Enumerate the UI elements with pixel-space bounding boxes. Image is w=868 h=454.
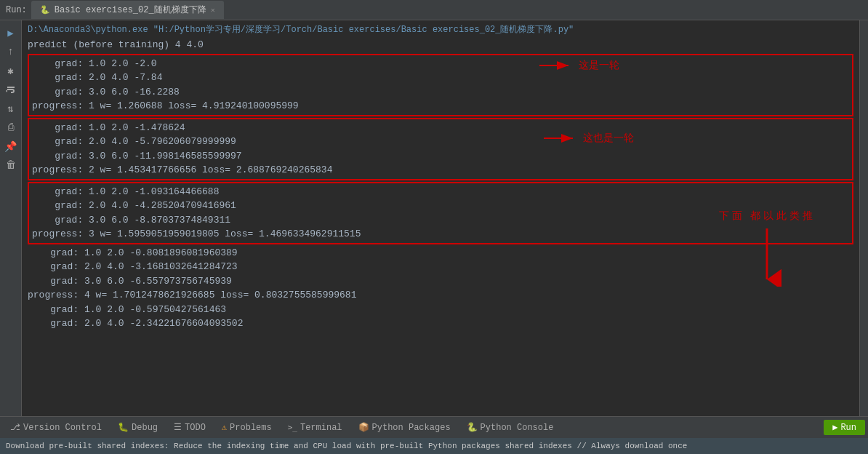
- todo-label: TODO: [185, 423, 206, 433]
- title-bar: Run: 🐍 Basic exercises_02_随机梯度下降 ✕: [0, 0, 868, 20]
- output-line: grad: 2.0 4.0 -2.34221676604093502: [28, 316, 853, 331]
- tab-terminal[interactable]: >_ Terminal: [281, 420, 350, 436]
- output-line: grad: 1.0 2.0 -2.0: [32, 57, 849, 71]
- tab-problems[interactable]: ⚠ Problems: [214, 419, 279, 436]
- run-play-icon: ▶: [832, 422, 837, 433]
- status-bar: Download pre-built shared indexes: Reduc…: [0, 438, 868, 454]
- python-console-icon: 🐍: [467, 422, 478, 433]
- main-area: ▶ ↑ ✱ ⇅ ⎙ 📌 🗑 D:\Anaconda3\python.exe "H…: [0, 20, 868, 416]
- run-toolbar-button[interactable]: ▶: [3, 25, 19, 41]
- wrap-button[interactable]: [3, 81, 19, 97]
- console-area: D:\Anaconda3\python.exe "H:/Python学习专用/深…: [22, 20, 859, 416]
- debug-icon: 🐛: [118, 422, 129, 433]
- output-line: grad: 3.0 6.0 -11.998146585599997: [32, 149, 849, 164]
- run-label: Run:: [6, 5, 27, 15]
- output-line: progress: 3 w= 1.5959051959019805 loss= …: [32, 227, 849, 242]
- todo-icon: ☰: [174, 422, 182, 433]
- output-line: grad: 3.0 6.0 -6.557973756745939: [28, 274, 853, 289]
- run-button[interactable]: ▶ Run: [824, 420, 865, 435]
- output-line: progress: 2 w= 1.453417766656 loss= 2.68…: [32, 163, 849, 178]
- output-line: grad: 2.0 4.0 -5.796206079999999: [32, 135, 849, 149]
- python-packages-icon: 📦: [358, 422, 369, 433]
- output-line: D:\Anaconda3\python.exe "H:/Python学习专用/深…: [28, 23, 853, 36]
- output-line: grad: 2.0 4.0 -3.1681032641284723: [28, 260, 853, 274]
- print-button[interactable]: ⎙: [3, 119, 19, 135]
- output-line: grad: 2.0 4.0 -4.285204709416961: [32, 199, 849, 213]
- output-line: progress: 4 w= 1.7012478621926685 loss= …: [28, 288, 853, 303]
- python-console-label: Python Console: [481, 423, 554, 433]
- pin2-button[interactable]: 📌: [3, 138, 19, 154]
- round-1-box: grad: 1.0 2.0 -2.0 grad: 2.0 4.0 -7.84 g…: [28, 54, 853, 116]
- main-tab[interactable]: 🐍 Basic exercises_02_随机梯度下降 ✕: [31, 1, 224, 19]
- problems-icon: ⚠: [222, 422, 227, 433]
- tab-title: Basic exercises_02_随机梯度下降: [55, 4, 206, 16]
- bottom-tabs-bar: ⎇ Version Control 🐛 Debug ☰ TODO ⚠ Probl…: [0, 416, 868, 438]
- round-3-box: grad: 1.0 2.0 -1.093164466688 grad: 2.0 …: [28, 182, 853, 244]
- tab-debug[interactable]: 🐛 Debug: [110, 419, 165, 436]
- round-2-box: grad: 1.0 2.0 -1.478624 grad: 2.0 4.0 -5…: [28, 118, 853, 180]
- version-control-icon: ⎇: [10, 422, 20, 433]
- status-bar-text: Download pre-built shared indexes: Reduc…: [6, 442, 687, 450]
- tab-close-icon[interactable]: ✕: [211, 6, 215, 15]
- scroll-up-button[interactable]: ↑: [3, 44, 19, 60]
- terminal-icon: >_: [288, 423, 297, 432]
- output-line: grad: 3.0 6.0 -16.2288: [32, 85, 849, 100]
- run-label: Run: [840, 423, 856, 433]
- right-scrollbar[interactable]: [859, 20, 868, 416]
- terminal-label: Terminal: [300, 423, 342, 433]
- output-line: grad: 1.0 2.0 -0.59750427561463: [28, 303, 853, 317]
- output-line: grad: 3.0 6.0 -8.87037374849311: [32, 213, 849, 228]
- problems-label: Problems: [230, 423, 272, 433]
- left-toolbar: ▶ ↑ ✱ ⇅ ⎙ 📌 🗑: [0, 20, 22, 416]
- tab-version-control[interactable]: ⎇ Version Control: [3, 419, 109, 436]
- tab-python-packages[interactable]: 📦 Python Packages: [351, 419, 458, 436]
- debug-label: Debug: [132, 423, 158, 433]
- output-line: grad: 1.0 2.0 -1.093164466688: [32, 185, 849, 199]
- pin-button[interactable]: ✱: [3, 63, 19, 79]
- python-packages-label: Python Packages: [372, 423, 451, 433]
- tab-python-console[interactable]: 🐍 Python Console: [459, 419, 561, 436]
- console-output[interactable]: D:\Anaconda3\python.exe "H:/Python学习专用/深…: [22, 20, 859, 416]
- tab-todo[interactable]: ☰ TODO: [166, 419, 213, 436]
- output-line: progress: 1 w= 1.260688 loss= 4.91924010…: [32, 99, 849, 114]
- version-control-label: Version Control: [23, 423, 102, 433]
- trash-button[interactable]: 🗑: [3, 157, 19, 173]
- python-file-icon: 🐍: [40, 5, 50, 15]
- output-line: grad: 2.0 4.0 -7.84: [32, 71, 849, 85]
- output-line: predict (before training) 4 4.0: [28, 38, 853, 52]
- sort-button[interactable]: ⇅: [3, 100, 19, 116]
- output-line: grad: 1.0 2.0 -0.8081896081960389: [28, 246, 853, 260]
- output-line: grad: 1.0 2.0 -1.478624: [32, 121, 849, 135]
